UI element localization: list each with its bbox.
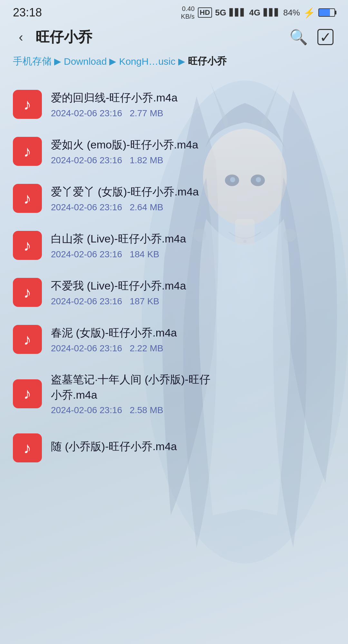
nav-bar: ‹ 旺仔小乔 🔍 ✓ — [0, 23, 348, 52]
breadcrumb-sep-2: ▶ — [109, 56, 116, 67]
file-icon-8: ♪ — [13, 433, 42, 462]
nav-actions: 🔍 ✓ — [289, 27, 335, 47]
file-name-1: 爱的回归线-旺仔小乔.m4a — [51, 90, 335, 106]
search-button[interactable]: 🔍 — [289, 27, 308, 47]
list-item[interactable]: ♪ 爱丫爱丫 (女版)-旺仔小乔.m4a 2024-02-06 23:16 2.… — [0, 175, 348, 222]
check-square-icon: ✓ — [317, 29, 334, 45]
file-info-7: 盗墓笔记·十年人间 (小乔版)-旺仔小乔.m4a 2024-02-06 23:1… — [51, 372, 335, 415]
file-name-3: 爱丫爱丫 (女版)-旺仔小乔.m4a — [51, 184, 335, 200]
file-name-6: 春泥 (女版)-旺仔小乔.m4a — [51, 325, 335, 341]
breadcrumb-item-current: 旺仔小乔 — [188, 55, 227, 68]
status-icons: 0.40KB/s HD 5G ▋▋▋ 4G ▋▋▋ 84% ⚡ — [181, 5, 335, 20]
music-note-icon: ♪ — [24, 385, 31, 402]
list-item[interactable]: ♪ 春泥 (女版)-旺仔小乔.m4a 2024-02-06 23:16 2.22… — [0, 316, 348, 363]
search-icon: 🔍 — [289, 28, 308, 46]
file-meta-5: 2024-02-06 23:16 187 KB — [51, 296, 335, 307]
list-item[interactable]: ♪ 白山茶 (Live)-旺仔小乔.m4a 2024-02-06 23:16 1… — [0, 222, 348, 269]
breadcrumb-item-download[interactable]: Download — [64, 56, 107, 67]
music-note-icon: ♪ — [24, 190, 31, 207]
file-meta-1: 2024-02-06 23:16 2.77 MB — [51, 108, 335, 118]
5g-icon: 5G — [215, 8, 227, 18]
signal-icon: ▋▋▋ — [264, 8, 280, 17]
file-name-2: 爱如火 (emo版)-旺仔小乔.m4a — [51, 137, 335, 153]
file-meta-4: 2024-02-06 23:16 184 KB — [51, 249, 335, 260]
list-item[interactable]: ♪ 不爱我 (Live)-旺仔小乔.m4a 2024-02-06 23:16 1… — [0, 269, 348, 316]
breadcrumb-sep-3: ▶ — [178, 56, 185, 67]
music-note-icon: ♪ — [24, 331, 31, 348]
list-item[interactable]: ♪ 爱如火 (emo版)-旺仔小乔.m4a 2024-02-06 23:16 1… — [0, 128, 348, 175]
status-bar: 23:18 0.40KB/s HD 5G ▋▋▋ 4G ▋▋▋ 84% ⚡ — [0, 0, 348, 23]
file-name-5: 不爱我 (Live)-旺仔小乔.m4a — [51, 278, 335, 294]
file-info-3: 爱丫爱丫 (女版)-旺仔小乔.m4a 2024-02-06 23:16 2.64… — [51, 184, 335, 213]
status-text-speed: 0.40KB/s — [181, 5, 195, 20]
file-info-1: 爱的回归线-旺仔小乔.m4a 2024-02-06 23:16 2.77 MB — [51, 90, 335, 118]
list-item[interactable]: ♪ 随 (小乔版)-旺仔小乔.m4a — [0, 424, 348, 471]
status-time: 23:18 — [13, 6, 42, 19]
music-note-icon: ♪ — [24, 96, 31, 113]
file-info-2: 爱如火 (emo版)-旺仔小乔.m4a 2024-02-06 23:16 1.8… — [51, 137, 335, 166]
file-info-8: 随 (小乔版)-旺仔小乔.m4a — [51, 439, 335, 457]
file-icon-5: ♪ — [13, 278, 42, 307]
back-icon: ‹ — [19, 30, 23, 44]
file-meta-6: 2024-02-06 23:16 2.22 MB — [51, 343, 335, 354]
battery-body — [318, 8, 335, 17]
list-item[interactable]: ♪ 爱的回归线-旺仔小乔.m4a 2024-02-06 23:16 2.77 M… — [0, 81, 348, 128]
music-note-icon: ♪ — [24, 237, 31, 254]
signal-icon-4g: ▋▋▋ — [229, 8, 246, 17]
file-info-6: 春泥 (女版)-旺仔小乔.m4a 2024-02-06 23:16 2.22 M… — [51, 325, 335, 354]
file-name-8: 随 (小乔版)-旺仔小乔.m4a — [51, 439, 335, 454]
battery-icon: ⚡ — [303, 7, 315, 18]
battery-percent: 84% — [283, 8, 300, 18]
file-meta-7: 2024-02-06 23:16 2.58 MB — [51, 405, 335, 415]
breadcrumb-sep-1: ▶ — [54, 56, 61, 67]
file-icon-3: ♪ — [13, 184, 42, 213]
breadcrumb-item-storage[interactable]: 手机存储 — [13, 55, 52, 68]
back-button[interactable]: ‹ — [13, 29, 29, 45]
file-info-5: 不爱我 (Live)-旺仔小乔.m4a 2024-02-06 23:16 187… — [51, 278, 335, 307]
file-meta-2: 2024-02-06 23:16 1.82 MB — [51, 155, 335, 166]
select-button[interactable]: ✓ — [316, 27, 335, 47]
music-note-icon: ♪ — [24, 439, 31, 457]
file-icon-4: ♪ — [13, 231, 42, 260]
file-icon-2: ♪ — [13, 137, 42, 166]
music-note-icon: ♪ — [24, 143, 31, 160]
file-name-7: 盗墓笔记·十年人间 (小乔版)-旺仔小乔.m4a — [51, 372, 335, 402]
page-title: 旺仔小乔 — [35, 28, 282, 47]
breadcrumb-item-music[interactable]: KongH…usic — [119, 56, 175, 67]
breadcrumb: 手机存储 ▶ Download ▶ KongH…usic ▶ 旺仔小乔 — [0, 52, 348, 78]
file-name-4: 白山茶 (Live)-旺仔小乔.m4a — [51, 231, 335, 247]
list-item[interactable]: ♪ 盗墓笔记·十年人间 (小乔版)-旺仔小乔.m4a 2024-02-06 23… — [0, 363, 348, 424]
music-note-icon: ♪ — [24, 284, 31, 301]
4g-icon: 4G — [249, 8, 260, 18]
file-icon-6: ♪ — [13, 325, 42, 354]
file-icon-1: ♪ — [13, 90, 42, 119]
hd-badge: HD — [198, 7, 212, 18]
file-list: ♪ 爱的回归线-旺仔小乔.m4a 2024-02-06 23:16 2.77 M… — [0, 78, 348, 475]
file-icon-7: ♪ — [13, 379, 42, 408]
file-info-4: 白山茶 (Live)-旺仔小乔.m4a 2024-02-06 23:16 184… — [51, 231, 335, 260]
file-meta-3: 2024-02-06 23:16 2.64 MB — [51, 202, 335, 213]
